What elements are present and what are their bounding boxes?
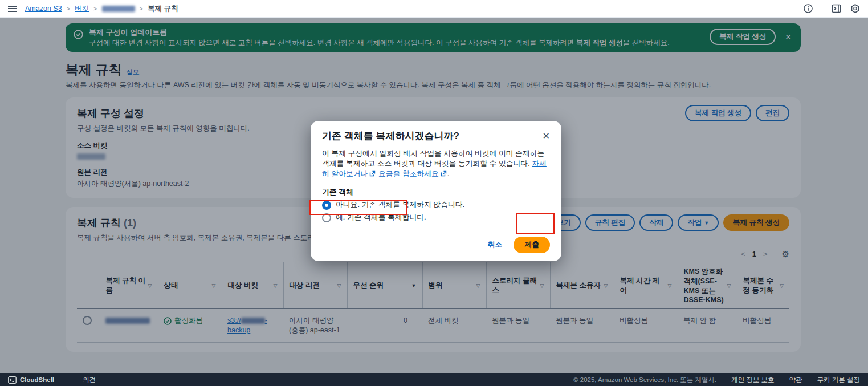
scope-cell: 전체 버킷 xyxy=(422,309,486,343)
sort-icon[interactable]: ▽ xyxy=(274,283,278,289)
submit-button[interactable]: 제출 xyxy=(514,237,550,253)
radio-unselected-icon[interactable] xyxy=(322,213,331,222)
status-check-icon xyxy=(164,317,172,325)
breadcrumb-current-page: 복제 규칙 xyxy=(148,4,178,14)
external-link-icon xyxy=(441,170,447,177)
page-title: 복제 규칙 xyxy=(66,61,121,79)
radio-selected-icon[interactable] xyxy=(322,201,331,210)
cloudwatch-hexagon-icon[interactable] xyxy=(850,4,860,13)
table-header-replica-modification-sync[interactable]: 복제본 수정 동기화▽ xyxy=(737,262,789,309)
sort-icon[interactable]: ▽ xyxy=(727,283,731,289)
rule-name-link-redacted[interactable] xyxy=(105,316,150,324)
cloudshell-button[interactable]: CloudShell xyxy=(8,376,54,384)
success-check-circle-icon xyxy=(74,30,83,39)
actions-dropdown-button[interactable]: 작업▼ xyxy=(678,214,719,231)
pagination-page-1[interactable]: 1 xyxy=(752,250,756,258)
breadcrumb: Amazon S3 > 버킷 > > 복제 규칙 xyxy=(25,4,178,14)
table-header-status[interactable]: 상태▽ xyxy=(158,262,222,309)
replication-rules-table: 복제 규칙 이름▽ 상태▽ 대상 버킷▽ 대상 리전▽ 우선 순위▼ 범위▽ 스… xyxy=(77,262,789,343)
breadcrumb-separator: > xyxy=(67,5,70,12)
hamburger-menu-icon[interactable] xyxy=(8,6,17,12)
pagination-prev-icon[interactable]: < xyxy=(741,250,745,258)
table-settings-gear-icon[interactable]: ⚙ xyxy=(782,250,789,258)
cookie-settings-link[interactable]: 쿠키 기본 설정 xyxy=(817,376,860,384)
sort-icon[interactable]: ▽ xyxy=(476,283,480,289)
config-create-replication-job-button[interactable]: 복제 작업 생성 xyxy=(685,105,751,121)
breadcrumb-buckets[interactable]: 버킷 xyxy=(75,4,89,14)
success-flashbar: 복제 구성이 업데이트됨 구성에 대한 변경 사항이 표시되지 않으면 새로 고… xyxy=(66,23,801,52)
config-edit-button[interactable]: 편집 xyxy=(756,105,789,121)
table-header-replica-owner[interactable]: 복제본 소유자▽ xyxy=(550,262,614,309)
console-footer: CloudShell 의견 © 2025, Amazon Web Service… xyxy=(0,373,868,386)
top-navigation-bar: Amazon S3 > 버킷 > > 복제 규칙 xyxy=(0,0,868,18)
chevron-down-icon: ▼ xyxy=(704,220,709,226)
source-bucket-value-redacted xyxy=(77,153,105,160)
table-header-replication-time-control[interactable]: 복제 시간 제어▽ xyxy=(614,262,678,309)
replication-time-control-cell: 비활성됨 xyxy=(614,309,678,343)
pagination-divider xyxy=(775,249,775,259)
modal-body-text: 이 복제 구성에서 일회성 배치 작업을 사용하여 버킷에 이미 존재하는 객체… xyxy=(311,147,561,179)
external-link-icon xyxy=(369,170,376,177)
cloudshell-dock-icon[interactable] xyxy=(832,4,841,13)
table-header-select xyxy=(77,262,100,309)
target-region-cell: 아시아 태평양(홍콩) ap-east-1 xyxy=(283,309,347,343)
breadcrumb-amazon-s3[interactable]: Amazon S3 xyxy=(25,5,62,13)
sort-icon[interactable]: ▽ xyxy=(212,283,216,289)
modal-close-icon[interactable]: ✕ xyxy=(543,132,550,141)
flashbar-text: 복제 구성이 업데이트됨 구성에 대한 변경 사항이 표시되지 않으면 새로 고… xyxy=(89,27,692,48)
cancel-button[interactable]: 취소 xyxy=(488,240,503,250)
delete-rule-button[interactable]: 삭제 xyxy=(639,214,673,231)
terms-link[interactable]: 약관 xyxy=(789,376,802,384)
table-row: 활성화됨 s3://-backup 아시아 태평양(홍콩) ap-east-1 … xyxy=(77,309,789,343)
flashbar-close-icon[interactable]: ✕ xyxy=(784,32,793,42)
sort-icon-active[interactable]: ▼ xyxy=(411,283,417,289)
table-header-kms-objects[interactable]: KMS 암호화 객체(SSE-KMS 또는 DSSE-KMS)▽ xyxy=(678,262,737,309)
sort-icon[interactable]: ▽ xyxy=(540,283,544,289)
replica-modification-sync-cell: 비활성됨 xyxy=(737,309,789,343)
target-bucket-link[interactable]: s3://-backup xyxy=(227,316,267,334)
table-header-target-bucket[interactable]: 대상 버킷▽ xyxy=(222,262,283,309)
info-icon[interactable] xyxy=(804,4,813,13)
table-header-storage-class[interactable]: 스토리지 클래스▽ xyxy=(486,262,550,309)
kms-objects-cell: 복제 안 함 xyxy=(678,309,737,343)
option-yes-label: 예. 기존 객체를 복제합니다. xyxy=(336,213,426,222)
flashbar-message: 구성에 대한 변경 사항이 표시되지 않으면 새로 고침 버튼을 선택하세요. … xyxy=(89,38,692,48)
option-no-replicate[interactable]: 아니요. 기존 객체를 복제하지 않습니다. xyxy=(322,200,550,210)
page-info-link[interactable]: 정보 xyxy=(126,68,139,76)
replicate-existing-objects-modal: 기존 객체를 복제하시겠습니까? ✕ 이 복제 구성에서 일회성 배치 작업을 … xyxy=(311,121,561,261)
edit-rule-button[interactable]: 규칙 편집 xyxy=(585,214,635,231)
modal-title: 기존 객체를 복제하시겠습니까? xyxy=(322,129,459,143)
pricing-link[interactable]: 요금을 참조하세요 xyxy=(378,169,439,178)
feedback-link[interactable]: 의견 xyxy=(83,376,96,384)
breadcrumb-bucket-name-redacted[interactable] xyxy=(102,6,135,12)
breadcrumb-separator: > xyxy=(140,5,143,12)
pagination-next-icon[interactable]: > xyxy=(763,250,768,258)
table-header-rule-name[interactable]: 복제 규칙 이름▽ xyxy=(100,262,158,309)
copyright-text: © 2025, Amazon Web Services, Inc. 또는 계열사… xyxy=(573,376,716,384)
replica-owner-cell: 원본과 동일 xyxy=(550,309,614,343)
page-description: 복제를 사용하면 동일하거나 다른 AWS 리전에 있는 버킷 간에 객체를 자… xyxy=(66,80,801,90)
row-select-radio[interactable] xyxy=(83,316,92,325)
breadcrumb-separator: > xyxy=(93,5,97,12)
option-yes-replicate[interactable]: 예. 기존 객체를 복제합니다. xyxy=(322,213,550,222)
rules-card-title: 복제 규칙 (1) xyxy=(77,216,136,230)
table-header-row: 복제 규칙 이름▽ 상태▽ 대상 버킷▽ 대상 리전▽ 우선 순위▼ 범위▽ 스… xyxy=(77,262,789,309)
table-header-target-region[interactable]: 대상 리전▽ xyxy=(283,262,347,309)
table-header-scope[interactable]: 범위▽ xyxy=(422,262,486,309)
create-replication-rule-button[interactable]: 복제 규칙 생성 xyxy=(723,214,789,231)
topbar-utility-icons xyxy=(804,4,860,13)
privacy-link[interactable]: 개인 정보 보호 xyxy=(731,376,774,384)
topbar-divider xyxy=(822,4,822,13)
sort-icon[interactable]: ▽ xyxy=(668,283,672,289)
sort-icon[interactable]: ▽ xyxy=(780,283,784,289)
flashbar-title: 복제 구성이 업데이트됨 xyxy=(89,27,692,38)
sort-icon[interactable]: ▽ xyxy=(604,283,608,289)
sort-icon[interactable]: ▽ xyxy=(337,283,341,289)
flashbar-create-replication-job-button[interactable]: 복제 작업 생성 xyxy=(710,29,776,45)
config-card-title: 복제 구성 설정 xyxy=(77,107,144,120)
status-enabled-badge: 활성화됨 xyxy=(164,316,216,326)
table-header-priority[interactable]: 우선 순위▼ xyxy=(347,262,422,309)
cloudshell-terminal-icon xyxy=(8,376,17,384)
priority-cell: 0 xyxy=(347,309,422,343)
sort-icon[interactable]: ▽ xyxy=(148,283,152,289)
